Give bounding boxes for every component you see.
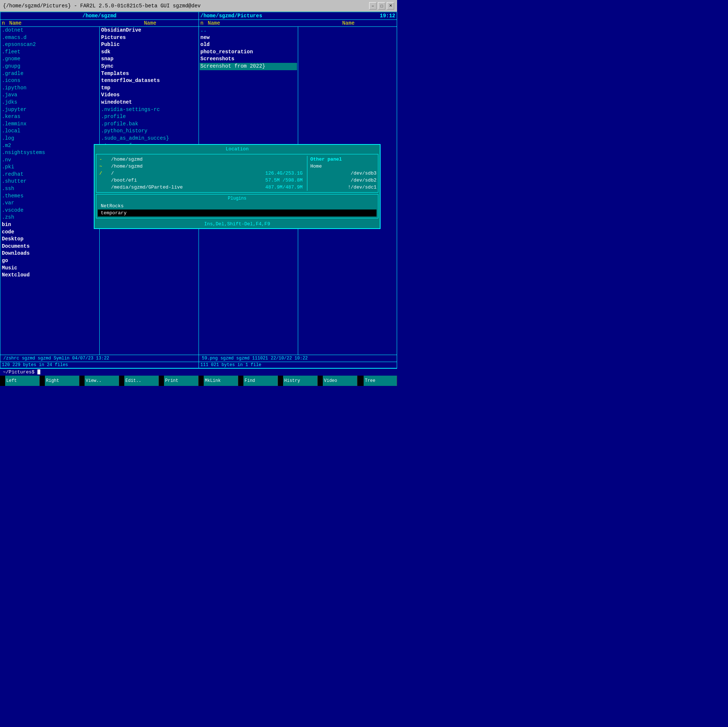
list-item[interactable]: bin (1, 221, 99, 229)
title-bar-buttons: − □ ✕ (369, 2, 394, 9)
modal-location-row[interactable]: -/home/sgzmd (98, 156, 304, 163)
list-item[interactable]: .nsightsystems (1, 149, 99, 157)
minimize-button[interactable]: − (369, 2, 376, 9)
list-item[interactable]: Music (1, 265, 99, 272)
list-item[interactable]: .m2 (1, 142, 99, 150)
list-item[interactable]: .profile.bak (100, 121, 198, 128)
modal-location-row[interactable]: ~/home/sgzmd (98, 163, 304, 170)
list-item[interactable]: .log (1, 135, 99, 142)
list-item[interactable]: .python_history (100, 128, 198, 135)
list-item[interactable]: winedotnet (100, 99, 198, 106)
maximize-button[interactable]: □ (378, 2, 385, 9)
list-item[interactable]: tmp (100, 84, 198, 92)
list-item[interactable]: .nvidia-settings-rc (100, 106, 198, 114)
list-item[interactable]: Templates (100, 70, 198, 78)
left-file-count: 120 229 bytes in 24 files (0, 362, 199, 368)
list-item[interactable]: .lemminx (1, 121, 99, 128)
list-item[interactable]: new (200, 34, 297, 41)
modal-title: Location (95, 145, 380, 153)
list-item[interactable]: .shutter (1, 178, 99, 185)
fkey-5[interactable]: 5Print (159, 376, 199, 386)
list-item[interactable]: Screenshots (200, 55, 297, 63)
fkey-8[interactable]: 8Histry (278, 376, 318, 386)
list-item[interactable]: .vscode (1, 207, 99, 214)
list-item[interactable]: .gnupg (1, 63, 99, 70)
fkey-label-5: Print (164, 376, 198, 386)
list-item[interactable]: .local (1, 128, 99, 135)
list-item[interactable]: snap (100, 55, 198, 63)
fkey-6[interactable]: 6MkLink (199, 376, 238, 386)
left-file-count-text: 120 229 bytes in 24 files (2, 362, 68, 368)
list-item[interactable]: .emacs.d (1, 34, 99, 41)
list-item[interactable]: .java (1, 92, 99, 99)
list-item[interactable]: Screenshot from 2022} (200, 63, 297, 70)
list-item[interactable]: photo_restoration (200, 49, 297, 56)
list-item[interactable]: .. (200, 27, 297, 34)
modal-plugins-section: Plugins NetRockstemporary (96, 194, 378, 218)
list-item[interactable]: Videos (100, 92, 198, 99)
list-item[interactable]: go (1, 257, 99, 265)
list-item[interactable]: Pictures (100, 34, 198, 41)
fkey-label-9: Video (323, 376, 357, 386)
list-item[interactable]: code (1, 229, 99, 236)
modal-drive-item[interactable]: /dev/sdb2 (310, 177, 376, 184)
list-item[interactable]: Public (100, 41, 198, 49)
fkey-num-5: 5 (159, 379, 164, 383)
list-item[interactable]: .fleet (1, 49, 99, 56)
list-item[interactable]: ObsidianDrive (100, 27, 198, 34)
close-button[interactable]: ✕ (387, 2, 394, 9)
modal-plugin-item[interactable]: NetRocks (98, 203, 376, 209)
list-item[interactable]: .epsonscan2 (1, 41, 99, 49)
modal-locations-left: -/home/sgzmd~/home/sgzmd//126.4G/253.1G/… (98, 156, 304, 191)
list-item[interactable]: .gradle (1, 70, 99, 78)
cmd-line[interactable]: ~/Pictures$ █ (0, 368, 397, 376)
list-item[interactable]: sdk (100, 49, 198, 56)
modal-location-row[interactable]: /boot/efi57.5M /598.8M (98, 177, 304, 184)
fkey-9[interactable]: 9Video (318, 376, 357, 386)
modal-location-row[interactable]: /media/sgzmd/GParted-live487.9M/487.9M (98, 184, 304, 191)
list-item[interactable]: .ipython (1, 84, 99, 92)
list-item[interactable]: Downloads (1, 250, 99, 257)
list-item[interactable]: .ssh (1, 185, 99, 192)
list-item[interactable]: Documents (1, 243, 99, 250)
list-item[interactable]: .keras (1, 113, 99, 121)
list-item[interactable]: .pki (1, 163, 99, 171)
modal-drive-item[interactable]: !/dev/sdc1 (310, 184, 376, 191)
left-panel-header: /home/sgzmd (0, 12, 199, 20)
title-bar: {/home/sgzmd/Pictures} - FAR2L 2.5.0-01c… (0, 0, 397, 12)
list-item[interactable]: .nv (1, 157, 99, 164)
list-item[interactable]: .sudo_as_admin_succes} (100, 135, 198, 142)
modal-drive-item[interactable]: /dev/sdb3 (310, 170, 376, 177)
list-item[interactable]: .gnome (1, 55, 99, 63)
list-item[interactable]: Nextcloud (1, 272, 99, 279)
fkey-4[interactable]: 4Edit.. (119, 376, 159, 386)
list-item[interactable]: .jdks (1, 99, 99, 106)
list-item[interactable]: .jupyter (1, 106, 99, 114)
list-item[interactable]: .icons (1, 77, 99, 84)
list-item[interactable]: .zsh (1, 214, 99, 221)
fkey-label-10: Tree (364, 376, 397, 386)
fkey-3[interactable]: 3View.. (80, 376, 119, 386)
fkey-10[interactable]: 10Tree (357, 376, 397, 386)
fkey-7[interactable]: 7Find (238, 376, 278, 386)
modal-plugin-item[interactable]: temporary (98, 209, 376, 217)
list-item[interactable]: Desktop (1, 235, 99, 243)
fkey-label-1: Left (5, 376, 39, 386)
list-item[interactable]: .themes (1, 192, 99, 200)
list-item[interactable]: .profile (100, 113, 198, 121)
modal-body: -/home/sgzmd~/home/sgzmd//126.4G/253.1G/… (98, 156, 376, 191)
left-subpanel-1: .dotnet.emacs.d.epsonscan2.fleet.gnome.g… (0, 27, 99, 355)
fkey-num-7: 7 (238, 379, 243, 383)
fkey-2[interactable]: 2Right (40, 376, 80, 386)
list-item[interactable]: .redhat (1, 171, 99, 178)
fkey-1[interactable]: 1Left (0, 376, 40, 386)
list-item[interactable]: Sync (100, 63, 198, 70)
fkey-num-3: 3 (80, 379, 84, 383)
list-item[interactable]: old (200, 41, 297, 49)
list-item[interactable]: tensorflow_datasets (100, 77, 198, 84)
left-status-bar: /zshrc sgzmd sgzmd Symlin 04/07/23 13:22 (0, 355, 199, 362)
modal-inner: -/home/sgzmd~/home/sgzmd//126.4G/253.1G/… (96, 154, 378, 192)
modal-location-row[interactable]: //126.4G/253.1G (98, 170, 304, 177)
list-item[interactable]: .dotnet (1, 27, 99, 34)
list-item[interactable]: .var (1, 200, 99, 207)
